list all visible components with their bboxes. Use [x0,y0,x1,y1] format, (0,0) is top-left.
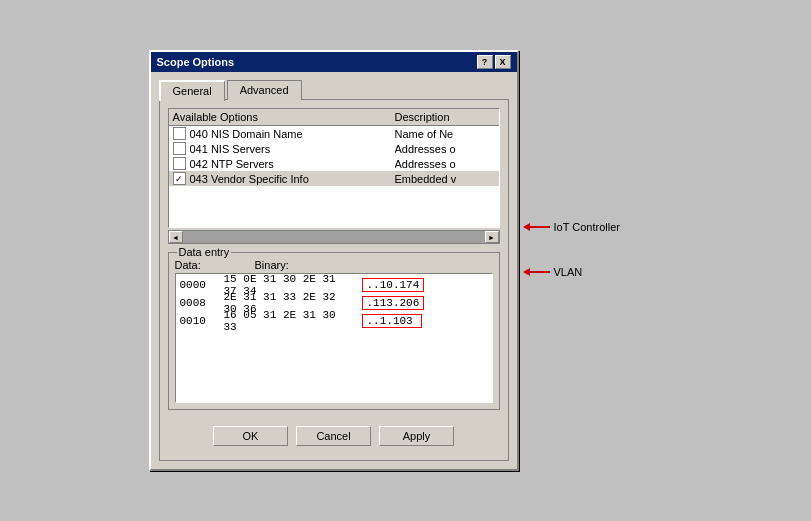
dialog-title: Scope Options [157,56,235,68]
list-item[interactable]: ✓ 043 Vendor Specific Info Embedded v [169,171,499,186]
list-item[interactable]: 040 NIS Domain Name Name of Ne [169,126,499,141]
data-row-2: 0010 16 05 31 2E 31 30 33 ..1.103 [178,312,490,330]
data-col-label: Data: [175,259,245,271]
cancel-button[interactable]: Cancel [296,426,371,446]
options-list-container[interactable]: Available Options Description 040 NIS Do… [168,108,500,228]
option-label-041: 041 NIS Servers [190,143,395,155]
close-button[interactable]: X [495,55,511,69]
data-value-2: ..1.103 [362,314,422,328]
annotation-arrow-iot [523,223,550,231]
data-value-0: ..10.174 [362,278,425,292]
h-scroll-track[interactable]: ◄ ► [168,230,500,244]
scroll-left-button[interactable]: ◄ [169,231,183,243]
dialog-window: Scope Options ? X General Advanced Avail… [149,50,519,471]
option-label-042: 042 NTP Servers [190,158,395,170]
data-display[interactable]: 0000 15 0E 31 30 2E 31 37 34 ..10.174 00… [175,273,493,403]
annotation-label-vlan: VLAN [554,266,583,278]
option-checkbox-042[interactable] [173,157,186,170]
option-desc-040: Name of Ne [395,128,495,140]
tab-general[interactable]: General [159,80,225,101]
data-entry-group: Data entry Data: Binary: 0000 15 0E 31 3… [168,252,500,410]
data-binary-label: Binary: [255,259,493,271]
data-offset-0: 0000 [180,279,216,291]
buttons-row: OK Cancel Apply [168,420,500,452]
tab-content: Available Options Description 040 NIS Do… [159,99,509,461]
annotation-iot-controller: IoT Controller [523,221,620,233]
annotation-label-iot: IoT Controller [554,221,620,233]
option-desc-043: Embedded v [395,173,495,185]
tabs-container: General Advanced [159,80,509,100]
option-label-043: 043 Vendor Specific Info [190,173,395,185]
annotation-arrow-vlan [523,268,550,276]
option-checkbox-043[interactable]: ✓ [173,172,186,185]
arrowhead-iot [523,223,530,231]
data-offset-2: 0010 [180,315,216,327]
list-item[interactable]: 042 NTP Servers Addresses o [169,156,499,171]
annotations-panel: IoT Controller VLAN [523,111,663,411]
option-label-040: 040 NIS Domain Name [190,128,395,140]
data-entry-group-label: Data entry [177,246,232,258]
arrow-line-vlan [530,271,550,273]
option-desc-041: Addresses o [395,143,495,155]
title-bar: Scope Options ? X [151,52,517,72]
list-item[interactable]: 041 NIS Servers Addresses o [169,141,499,156]
scroll-right-button[interactable]: ► [485,231,499,243]
help-button[interactable]: ? [477,55,493,69]
option-checkbox-041[interactable] [173,142,186,155]
col-description-header: Description [395,111,495,123]
arrow-line-iot [530,226,550,228]
data-entry-header: Data: Binary: [175,259,493,271]
options-list-header: Available Options Description [169,109,499,126]
options-list: 040 NIS Domain Name Name of Ne 041 NIS S… [169,126,499,186]
option-desc-042: Addresses o [395,158,495,170]
dialog-content: General Advanced Available Options Descr… [151,72,517,469]
page-wrapper: Scope Options ? X General Advanced Avail… [149,50,663,471]
option-checkbox-040[interactable] [173,127,186,140]
scroll-thumb[interactable] [183,231,485,243]
data-hex-2: 16 05 31 2E 31 30 33 [224,309,354,333]
arrowhead-vlan [523,268,530,276]
col-available-header: Available Options [173,111,395,123]
data-offset-1: 0008 [180,297,216,309]
ok-button[interactable]: OK [213,426,288,446]
data-value-1: .113.206 [362,296,425,310]
horizontal-scrollbar[interactable]: ◄ ► [168,230,500,244]
title-bar-buttons: ? X [477,55,511,69]
apply-button[interactable]: Apply [379,426,454,446]
annotation-vlan: VLAN [523,266,583,278]
tab-advanced[interactable]: Advanced [227,80,302,100]
